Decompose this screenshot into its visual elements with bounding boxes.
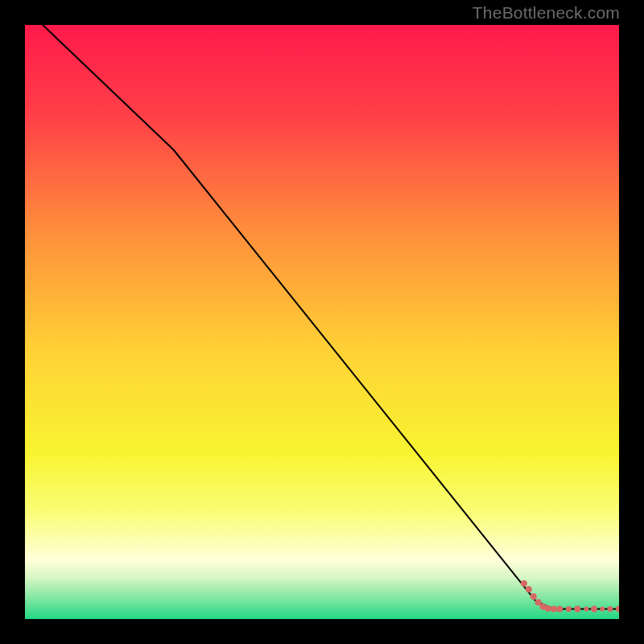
chart-svg	[25, 25, 619, 619]
series-marker-band-point	[544, 605, 551, 612]
plot-area	[25, 25, 619, 619]
watermark-text: TheBottleneck.com	[473, 3, 620, 23]
series-marker-band-point	[521, 580, 527, 587]
series-marker-band-point	[526, 586, 532, 592]
series-marker-band-point	[600, 607, 605, 612]
gradient-background	[25, 25, 619, 619]
series-marker-band-point	[584, 607, 588, 612]
series-marker-band-point	[591, 606, 597, 613]
series-marker-band-point	[574, 606, 580, 613]
series-marker-band-point	[530, 593, 537, 600]
series-marker-band-point	[607, 606, 613, 612]
series-marker-band-point	[551, 606, 557, 613]
chart-stage: TheBottleneck.com	[0, 0, 644, 644]
series-marker-band-point	[566, 606, 572, 612]
series-marker-band-point	[556, 606, 563, 613]
